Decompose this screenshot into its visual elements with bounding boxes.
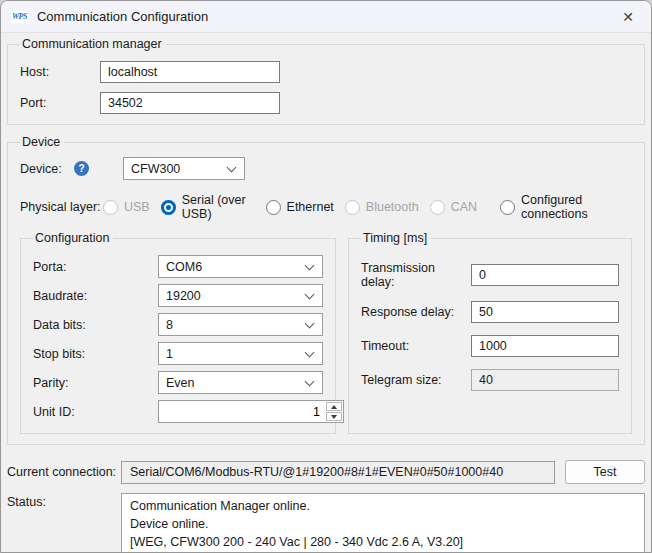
chevron-down-icon xyxy=(305,261,315,271)
status-line-3: [WEG, CFW300 200 - 240 Vac | 280 - 340 V… xyxy=(130,533,636,551)
device-subgroups: Configuration Porta: COM6 Baudrate: 1920… xyxy=(20,231,632,434)
unit-id-input[interactable] xyxy=(159,401,325,422)
radio-can-icon xyxy=(430,200,445,215)
communication-configuration-dialog: WPS Communication Configuration ✕ Commun… xyxy=(0,0,652,553)
device-label: Device: xyxy=(20,162,72,176)
timing-group: Timing [ms] Transmission delay: Response… xyxy=(348,231,632,434)
status-line-2: Device online. xyxy=(130,515,636,533)
spinner-up-icon xyxy=(331,405,337,409)
transmission-delay-label: Transmission delay: xyxy=(361,261,471,289)
dialog-content: Communication manager Host: Port: Device… xyxy=(1,33,651,553)
close-icon: ✕ xyxy=(622,9,634,25)
host-label: Host: xyxy=(20,65,100,79)
stop-bits-label: Stop bits: xyxy=(33,347,158,361)
communication-manager-legend: Communication manager xyxy=(20,37,166,51)
current-connection-row: Current connection: Test xyxy=(7,460,645,484)
chevron-down-icon xyxy=(227,163,237,173)
communication-manager-group: Communication manager Host: Port: xyxy=(7,37,645,125)
radio-can-label: CAN xyxy=(451,200,477,214)
title-bar: WPS Communication Configuration ✕ xyxy=(1,1,651,33)
telegram-size-label: Telegram size: xyxy=(361,373,471,387)
status-text-area: Communication Manager online. Device onl… xyxy=(121,493,645,553)
configuration-group: Configuration Porta: COM6 Baudrate: 1920… xyxy=(20,231,336,434)
port-row: Port: xyxy=(20,92,632,114)
unit-id-label: Unit ID: xyxy=(33,405,158,419)
physical-layer-row: Physical layer: USB Serial (over USB) Et… xyxy=(20,193,632,221)
radio-can: CAN xyxy=(430,200,477,215)
transmission-delay-input[interactable] xyxy=(471,264,619,286)
baudrate-label: Baudrate: xyxy=(33,289,158,303)
response-delay-label: Response delay: xyxy=(361,305,471,319)
radio-usb: USB xyxy=(103,200,150,215)
device-row: Device: ? CFW300 xyxy=(20,157,632,180)
radio-ethernet-icon xyxy=(266,200,281,215)
parity-select-value: Even xyxy=(166,376,195,390)
help-icon[interactable]: ? xyxy=(74,161,89,176)
radio-bluetooth: Bluetooth xyxy=(345,200,419,215)
host-row: Host: xyxy=(20,61,632,83)
response-delay-input[interactable] xyxy=(471,301,619,323)
porta-select-value: COM6 xyxy=(166,260,202,274)
physical-layer-label: Physical layer: xyxy=(20,200,103,214)
porta-select[interactable]: COM6 xyxy=(158,255,323,278)
device-select-value: CFW300 xyxy=(131,162,180,176)
transmission-delay-row: Transmission delay: xyxy=(361,261,619,289)
stop-bits-select-value: 1 xyxy=(166,347,173,361)
baudrate-select-value: 19200 xyxy=(166,289,201,303)
radio-usb-icon xyxy=(103,200,118,215)
test-button[interactable]: Test xyxy=(565,460,645,484)
chevron-down-icon xyxy=(305,348,315,358)
unit-id-spin-buttons xyxy=(325,401,343,422)
device-legend: Device xyxy=(20,135,64,149)
configuration-legend: Configuration xyxy=(33,231,113,245)
radio-configured-connections[interactable]: Configured connections xyxy=(500,193,621,221)
timeout-input[interactable] xyxy=(471,335,619,357)
data-bits-label: Data bits: xyxy=(33,318,158,332)
timeout-row: Timeout: xyxy=(361,335,619,357)
device-group: Device Device: ? CFW300 Physical layer: … xyxy=(7,135,645,445)
telegram-size-row: Telegram size: xyxy=(361,369,619,391)
data-bits-row: Data bits: 8 xyxy=(33,313,323,336)
radio-ethernet[interactable]: Ethernet xyxy=(266,200,334,215)
radio-usb-label: USB xyxy=(124,200,150,214)
baudrate-row: Baudrate: 19200 xyxy=(33,284,323,307)
device-select[interactable]: CFW300 xyxy=(123,157,245,180)
unit-id-row: Unit ID: xyxy=(33,400,323,423)
radio-ethernet-label: Ethernet xyxy=(287,200,334,214)
radio-bluetooth-label: Bluetooth xyxy=(366,200,419,214)
data-bits-select[interactable]: 8 xyxy=(158,313,323,336)
window-title: Communication Configuration xyxy=(37,9,208,24)
spinner-down-button[interactable] xyxy=(326,412,342,421)
radio-serial-icon xyxy=(161,200,176,215)
parity-row: Parity: Even xyxy=(33,371,323,394)
status-row: Status: Communication Manager online. De… xyxy=(7,493,645,553)
data-bits-select-value: 8 xyxy=(166,318,173,332)
radio-serial-label: Serial (over USB) xyxy=(182,193,255,221)
radio-configured-connections-label: Configured connections xyxy=(521,193,621,221)
radio-serial-over-usb[interactable]: Serial (over USB) xyxy=(161,193,255,221)
response-delay-row: Response delay: xyxy=(361,301,619,323)
unit-id-stepper xyxy=(158,400,344,423)
timeout-label: Timeout: xyxy=(361,339,471,353)
spinner-down-icon xyxy=(331,415,337,419)
chevron-down-icon xyxy=(305,319,315,329)
parity-select[interactable]: Even xyxy=(158,371,323,394)
host-input[interactable] xyxy=(100,61,280,83)
porta-row: Porta: COM6 xyxy=(33,255,323,278)
telegram-size-field xyxy=(471,369,619,391)
timing-legend: Timing [ms] xyxy=(361,231,431,245)
stop-bits-select[interactable]: 1 xyxy=(158,342,323,365)
radio-configured-connections-icon xyxy=(500,200,515,215)
baudrate-select[interactable]: 19200 xyxy=(158,284,323,307)
porta-label: Porta: xyxy=(33,260,158,274)
port-input[interactable] xyxy=(100,92,280,114)
radio-bluetooth-icon xyxy=(345,200,360,215)
status-label: Status: xyxy=(7,493,121,509)
spinner-up-button[interactable] xyxy=(326,402,342,411)
chevron-down-icon xyxy=(305,290,315,300)
parity-label: Parity: xyxy=(33,376,158,390)
wps-app-icon: WPS xyxy=(11,11,28,23)
status-line-1: Communication Manager online. xyxy=(130,497,636,515)
close-button[interactable]: ✕ xyxy=(605,1,651,32)
port-label: Port: xyxy=(20,96,100,110)
